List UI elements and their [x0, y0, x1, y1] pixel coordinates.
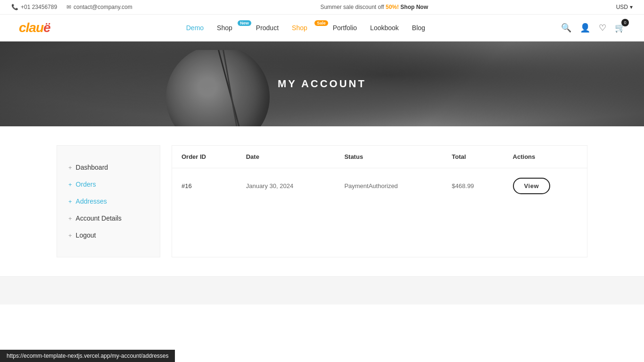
plus-icon-dashboard: +: [68, 164, 72, 171]
sidebar-item-account-details[interactable]: + Account Details: [68, 210, 149, 227]
nav-label-demo: Demo: [186, 24, 204, 32]
top-bar-left: 📞 +01 23456789 ✉ contact@company.com: [11, 4, 132, 10]
cell-status: PaymentAuthorized: [335, 168, 442, 204]
orders-table-header-row: Order ID Date Status Total Actions: [172, 146, 587, 168]
shop-now-link[interactable]: Shop Now: [400, 4, 428, 10]
sidebar-item-logout[interactable]: + Logout: [68, 227, 149, 244]
phone-contact: 📞 +01 23456789: [11, 4, 57, 10]
orders-table-body: #16 January 30, 2024 PaymentAuthorized $…: [172, 168, 587, 204]
chevron-down-icon: ▾: [630, 4, 633, 10]
nav-label-lookbook: Lookbook: [370, 24, 399, 32]
currency-label: USD: [616, 4, 628, 10]
view-order-button[interactable]: View: [513, 178, 550, 194]
nav-item-shop-sale[interactable]: Shop Sale: [292, 24, 320, 32]
hero-decoration: [161, 50, 284, 126]
nav-item-portfolio[interactable]: Portfolio: [333, 24, 357, 32]
nav-item-lookbook[interactable]: Lookbook: [370, 24, 399, 32]
nav-label-product: Product: [256, 24, 279, 32]
promo-text: Summer sale discount off: [320, 4, 386, 10]
phone-number: +01 23456789: [21, 4, 57, 10]
cell-date: January 30, 2024: [237, 168, 335, 204]
table-row: #16 January 30, 2024 PaymentAuthorized $…: [172, 168, 587, 204]
sidebar-label-orders: Orders: [76, 181, 96, 188]
status-url: https://ecomm-template-nextjs.vercel.app…: [7, 353, 168, 359]
logo[interactable]: clauë: [19, 20, 50, 35]
plus-icon-addresses: +: [68, 198, 72, 205]
sidebar-label-dashboard: Dashboard: [76, 164, 108, 171]
sidebar-label-addresses: Addresses: [76, 197, 107, 205]
nav-item-product[interactable]: Product: [256, 24, 279, 32]
plus-icon-logout: +: [68, 232, 72, 239]
email-icon: ✉: [66, 4, 71, 10]
nav-item-demo[interactable]: Demo: [186, 24, 204, 32]
hero-title: MY ACCOUNT: [278, 78, 366, 90]
nav-label-portfolio: Portfolio: [333, 24, 357, 32]
sidebar-item-addresses[interactable]: + Addresses: [68, 193, 149, 210]
search-icon[interactable]: 🔍: [561, 23, 571, 33]
currency-selector[interactable]: USD ▾: [616, 4, 633, 10]
col-header-status: Status: [335, 146, 442, 168]
nav-label-shop-new: Shop: [217, 24, 232, 32]
cart-count-badge: 0: [621, 19, 629, 26]
top-bar-promo: Summer sale discount off 50%! Shop Now: [132, 4, 616, 10]
email-contact: ✉ contact@company.com: [66, 4, 132, 10]
status-bar: https://ecomm-template-nextjs.vercel.app…: [0, 350, 175, 362]
col-header-date: Date: [237, 146, 335, 168]
account-icon[interactable]: 👤: [580, 23, 590, 33]
badge-sale: Sale: [314, 20, 328, 26]
sidebar-label-account-details: Account Details: [76, 214, 122, 222]
nav-item-blog[interactable]: Blog: [412, 24, 425, 32]
orders-table-header: Order ID Date Status Total Actions: [172, 146, 587, 168]
header: clauë Demo Shop New Product Shop Sale Po…: [0, 15, 644, 41]
top-bar: 📞 +01 23456789 ✉ contact@company.com Sum…: [0, 0, 644, 15]
logo-text: clau: [19, 20, 43, 35]
phone-icon: 📞: [11, 4, 18, 10]
footer-bar: [0, 276, 644, 304]
nav-label-blog: Blog: [412, 24, 425, 32]
logo-accent: ë: [43, 20, 50, 35]
col-header-total: Total: [442, 146, 503, 168]
plus-icon-account-details: +: [68, 215, 72, 222]
wishlist-icon[interactable]: ♡: [599, 23, 606, 33]
nav-label-shop-sale: Shop: [292, 24, 307, 32]
nav-item-shop-new[interactable]: Shop New: [217, 24, 243, 32]
main-content: + Dashboard + Orders + Addresses + Accou…: [0, 126, 644, 276]
sidebar-item-orders[interactable]: + Orders: [68, 176, 149, 193]
cell-actions: View: [504, 168, 587, 204]
sidebar: + Dashboard + Orders + Addresses + Accou…: [57, 145, 160, 257]
cart-icon[interactable]: 🛒 0: [615, 23, 625, 33]
promo-percent: 50%!: [386, 4, 399, 10]
orders-section: Order ID Date Status Total Actions #16 J…: [172, 145, 587, 257]
header-icons: 🔍 👤 ♡ 🛒 0: [561, 23, 625, 33]
main-nav: Demo Shop New Product Shop Sale Portfoli…: [186, 24, 425, 32]
email-address: contact@company.com: [74, 4, 132, 10]
col-header-actions: Actions: [504, 146, 587, 168]
col-header-order-id: Order ID: [172, 146, 237, 168]
badge-new: New: [238, 20, 251, 26]
sidebar-label-logout: Logout: [76, 231, 96, 239]
cell-order-id: #16: [172, 168, 237, 204]
plus-icon-orders: +: [68, 181, 72, 188]
orders-table: Order ID Date Status Total Actions #16 J…: [172, 146, 587, 204]
sidebar-item-dashboard[interactable]: + Dashboard: [68, 159, 149, 176]
hero-banner: MY ACCOUNT: [0, 41, 644, 126]
cell-total: $468.99: [442, 168, 503, 204]
